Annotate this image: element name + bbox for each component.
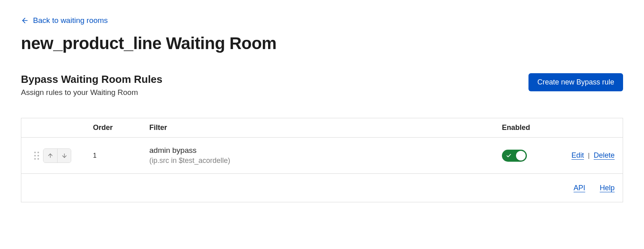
back-link[interactable]: Back to waiting rooms: [21, 16, 108, 25]
help-link[interactable]: Help: [600, 184, 615, 192]
back-link-label: Back to waiting rooms: [33, 16, 108, 25]
arrow-up-icon: [47, 152, 54, 159]
rule-name: admin bypass: [149, 146, 502, 155]
edit-link[interactable]: Edit: [572, 151, 584, 160]
arrow-left-icon: [21, 16, 29, 25]
table-footer: API Help: [21, 174, 623, 202]
rule-expression: (ip.src in $test_acordelle): [149, 156, 502, 165]
column-filter: Filter: [149, 123, 502, 132]
page-title: new_product_line Waiting Room: [21, 34, 623, 53]
move-down-button[interactable]: [57, 149, 71, 163]
api-link[interactable]: API: [574, 184, 585, 192]
table-header: Order Filter Enabled: [21, 118, 623, 138]
move-up-button[interactable]: [43, 149, 57, 163]
section-subtitle: Assign rules to your Waiting Room: [21, 88, 163, 97]
rules-table: Order Filter Enabled 1 admin bypass (ip.…: [21, 118, 623, 202]
section-title: Bypass Waiting Room Rules: [21, 73, 163, 86]
table-row: 1 admin bypass (ip.src in $test_acordell…: [21, 138, 623, 174]
column-order: Order: [93, 123, 149, 132]
create-bypass-rule-button[interactable]: Create new Bypass rule: [528, 73, 623, 91]
reorder-buttons: [43, 148, 71, 163]
drag-handle-icon[interactable]: [34, 152, 39, 160]
column-enabled: Enabled: [502, 123, 546, 132]
action-separator: |: [588, 152, 590, 159]
enabled-toggle[interactable]: [502, 150, 527, 162]
rule-order: 1: [93, 152, 149, 159]
delete-link[interactable]: Delete: [594, 151, 615, 160]
check-icon: [506, 153, 512, 158]
arrow-down-icon: [61, 152, 68, 159]
